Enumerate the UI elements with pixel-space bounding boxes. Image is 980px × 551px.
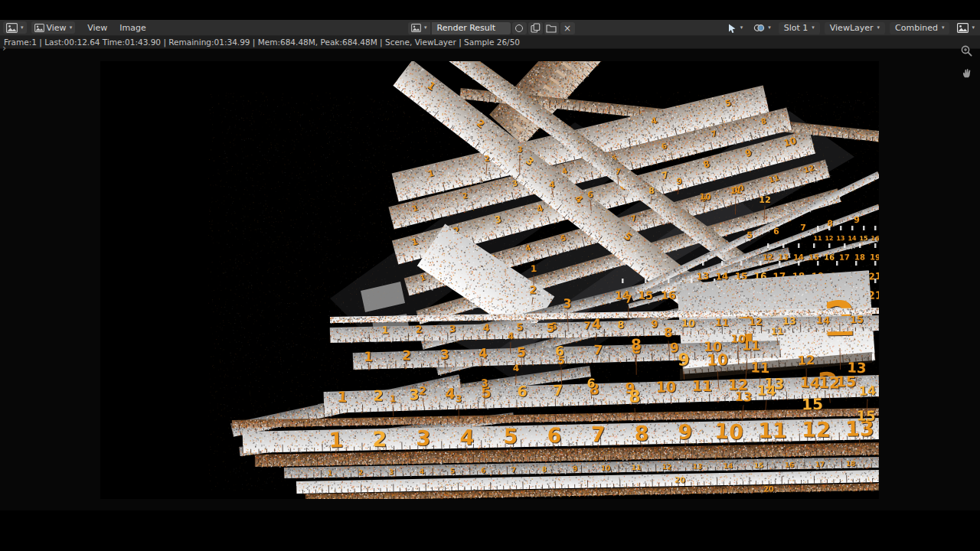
image-datablock: ▾ Render Result ×	[408, 21, 575, 34]
chevron-down-icon: ▾	[942, 25, 945, 31]
view-mode-icon	[34, 24, 44, 32]
chevron-down-icon: ▾	[424, 25, 427, 31]
toolbar-expand-arrow[interactable]: ›	[2, 42, 6, 54]
close-x-icon: ×	[564, 24, 571, 33]
image-name-field[interactable]: Render Result	[432, 22, 511, 34]
open-image-button[interactable]	[544, 22, 559, 34]
editor-type-corner-button[interactable]: ▾	[954, 22, 978, 34]
mode-label: View	[47, 23, 67, 33]
letterbox-bottom	[0, 510, 980, 551]
fake-user-button[interactable]	[512, 22, 527, 34]
render-image[interactable]	[100, 61, 879, 499]
editor-type-button[interactable]: ▾	[3, 21, 27, 34]
view-layer-dropdown[interactable]: ViewLayer ▾	[825, 22, 885, 34]
chevron-down-icon: ▾	[972, 25, 975, 31]
chevron-down-icon: ▾	[21, 25, 24, 31]
overlays-dropdown[interactable]: ▾	[750, 22, 774, 34]
render-pass-label: Combined	[895, 23, 938, 33]
menu-image[interactable]: Image	[113, 23, 152, 33]
render-slot-label: Slot 1	[784, 23, 808, 33]
browse-image-icon	[411, 24, 421, 32]
new-image-icon	[531, 23, 541, 33]
unlink-image-button[interactable]: ×	[560, 22, 575, 34]
chevron-down-icon: ▾	[812, 25, 815, 31]
chevron-down-icon: ▾	[877, 25, 880, 31]
menu-view[interactable]: View	[81, 23, 113, 33]
overlays-icon	[753, 23, 765, 33]
image-editor-icon	[6, 23, 18, 33]
letterbox-top	[0, 0, 980, 20]
image-editor-viewport[interactable]: ›	[0, 49, 980, 510]
header-menus: View Image	[81, 23, 152, 33]
render-info-bar: Frame:1 | Last:00:12.64 Time:01:43.90 | …	[0, 36, 980, 49]
open-folder-icon	[546, 24, 557, 33]
chevron-down-icon: ▾	[768, 25, 771, 31]
new-image-button[interactable]	[528, 22, 543, 34]
gizmo-icon	[727, 23, 737, 34]
magnifier-icon	[960, 44, 973, 57]
circle-icon	[515, 24, 523, 32]
hand-icon	[961, 67, 973, 79]
browse-image-button[interactable]: ▾	[408, 22, 430, 34]
image-editor-icon	[957, 23, 969, 33]
mode-dropdown[interactable]: View ▾	[31, 21, 76, 34]
render-stats-text: Frame:1 | Last:00:12.64 Time:01:43.90 | …	[4, 37, 520, 47]
pan-tool-button[interactable]	[960, 67, 973, 81]
screen: ▾ View ▾ View Image ▾ Render Result	[0, 0, 980, 551]
blender-window: ▾ View ▾ View Image ▾ Render Result	[0, 20, 980, 510]
view-layer-label: ViewLayer	[830, 23, 874, 33]
render-pass-dropdown[interactable]: Combined ▾	[890, 22, 949, 34]
chevron-down-icon: ▾	[70, 25, 73, 31]
render-slot-dropdown[interactable]: Slot 1 ▾	[779, 22, 820, 34]
image-editor-header: ▾ View ▾ View Image ▾ Render Result	[0, 20, 980, 36]
header-right-controls: ▾ ▾ Slot 1 ▾ ViewLayer ▾ Combined ▾	[724, 21, 978, 34]
gizmos-dropdown[interactable]: ▾	[724, 22, 746, 34]
viewport-tools	[960, 44, 973, 81]
chevron-down-icon: ▾	[740, 25, 743, 31]
zoom-tool-button[interactable]	[960, 44, 973, 60]
